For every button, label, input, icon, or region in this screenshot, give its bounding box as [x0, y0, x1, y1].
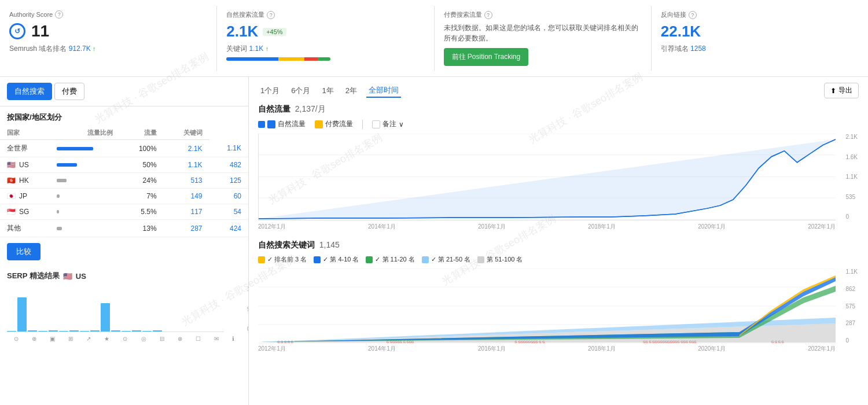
country-flag: 🇺🇸	[7, 161, 16, 169]
country-traffic-cell: 117	[164, 204, 209, 220]
metrics-bar: Authority Score ? ↺ 11 Semrush 域名排名 912.…	[0, 0, 868, 77]
country-name-cell: 🇸🇬 SG	[0, 204, 50, 220]
country-name-label: SG	[19, 208, 29, 216]
country-traffic-link[interactable]: 1.1K	[188, 161, 203, 169]
organic-kw-link[interactable]: 1.1K	[249, 45, 266, 53]
referring-domains-link[interactable]: 1258	[690, 45, 706, 53]
semrush-rank-link[interactable]: 912.7K	[69, 45, 93, 53]
traffic-chart-svg	[259, 134, 836, 220]
country-keywords-cell: 54	[209, 204, 248, 220]
country-bar	[57, 147, 93, 150]
country-traffic-cell: 2.1K	[164, 140, 209, 157]
filter-all-time[interactable]: 全部时间	[366, 84, 401, 98]
kw-bar-blue	[226, 57, 278, 61]
country-keywords-link[interactable]: 424	[230, 224, 241, 233]
country-table-row: 其他 13% 287 424	[0, 220, 248, 237]
kw-legend-11-20: ✓ 第 11-20 名	[366, 255, 414, 264]
country-traffic-cell: 1.1K	[164, 157, 209, 173]
serp-flag: 🇺🇸	[63, 272, 72, 281]
right-panel: 1个月 6个月 1年 2年 全部时间 ⬆ 导出 自然流量 2,137/月 自然流…	[249, 77, 868, 405]
country-keywords-cell: 482	[209, 157, 248, 173]
traffic-y-labels: 2.1K 1.6K 1.1K 535 0	[845, 134, 858, 220]
filter-1month[interactable]: 1个月	[258, 84, 282, 97]
paid-search-tab[interactable]: 付费	[54, 83, 84, 100]
country-bar-cell	[50, 220, 120, 237]
compare-button[interactable]: 比较	[7, 243, 41, 260]
svg-text:G GGGGG G GGG: G GGGGG G GGG	[387, 340, 414, 344]
country-table-row: 🇸🇬 SG 5.5% 117 54	[0, 204, 248, 220]
country-keywords-link[interactable]: 60	[234, 192, 241, 200]
authority-score-info-icon[interactable]: ?	[55, 10, 63, 19]
legend-notes-dropdown-icon[interactable]: ∨	[399, 120, 404, 128]
filter-2years[interactable]: 2年	[343, 84, 359, 97]
keyword-chart-legend: ✓ 排名前 3 名 ✓ 第 4-10 名 ✓ 第 11-20 名 ✓ 第 21-…	[258, 255, 859, 264]
main-content: 自然搜索 付费 按国家/地区划分 国家 流量比例 流量 关键词 全世界	[0, 77, 868, 405]
kw-bar-green	[318, 57, 331, 61]
authority-score-circle-icon: ↺	[9, 23, 25, 39]
country-keywords-link[interactable]: 125	[230, 176, 241, 185]
svg-text:G G G G: G G G G	[771, 340, 784, 344]
organic-traffic-info-icon[interactable]: ?	[267, 11, 275, 19]
rank-arrow: ↑	[93, 45, 96, 52]
country-traffic-link[interactable]: 149	[191, 192, 203, 200]
export-button[interactable]: ⬆ 导出	[824, 83, 859, 98]
backlinks-info-icon[interactable]: ?	[689, 11, 697, 19]
country-traffic-cell: 513	[164, 173, 209, 189]
position-tracking-button[interactable]: 前往 Position Tracking	[444, 48, 529, 66]
organic-traffic-card: 自然搜索流量 ? 2.1K +45% 关键词 1.1K ↑	[217, 6, 434, 71]
country-bar-cell	[50, 157, 120, 173]
country-table-row: 全世界 100% 2.1K 1.1K	[0, 140, 248, 157]
country-traffic-link[interactable]: 117	[191, 208, 203, 216]
keyword-chart-svg: G G G G G G GGGGG G GGG G GGGGGGGG G G G…	[258, 268, 836, 344]
search-type-tabs: 自然搜索 付费	[0, 77, 248, 106]
authority-score-title: Authority Score ?	[9, 10, 207, 19]
backlinks-value: 22.1K	[661, 23, 701, 40]
legend-organic: 自然流量	[258, 119, 306, 129]
organic-search-tab[interactable]: 自然搜索	[7, 83, 52, 100]
kw-bar-red	[304, 57, 318, 61]
country-table: 国家 流量比例 流量 关键词 全世界 100% 2.1K 1.1K 🇺🇸	[0, 126, 248, 237]
legend-notes-label: 备注	[382, 119, 396, 129]
backlinks-card: 反向链接 ? 22.1K 引荐域名 1258	[652, 6, 868, 71]
country-name-cell: 🇭🇰 HK	[0, 173, 50, 189]
country-traffic-link[interactable]: 2.1K	[188, 145, 203, 153]
country-bar	[57, 163, 77, 167]
legend-paid: 付费流量	[315, 119, 353, 129]
legend-organic-label: 自然流量	[278, 119, 306, 129]
paid-traffic-card: 付费搜索流量 ? 未找到数据。如果这是您的域名，您可以获取关键词排名相关的所有必…	[435, 6, 652, 71]
country-keywords-link[interactable]: 54	[234, 208, 241, 216]
country-pct-cell: 100%	[120, 140, 164, 157]
traffic-chart-legend: 自然流量 付费流量 备注 ∨	[258, 119, 859, 129]
col-traffic-pct: 流量比例	[50, 126, 120, 140]
country-keywords-link[interactable]: 1.1K	[227, 144, 241, 152]
filter-6months[interactable]: 6个月	[289, 84, 312, 97]
organic-traffic-value: 2.1K	[226, 23, 258, 41]
kw-bar-yellow	[278, 57, 304, 61]
svg-text:GG G GGGGGGGGGGG GGG GGG: GG G GGGGGGGGGGG GGG GGG	[643, 340, 696, 344]
country-bar	[57, 194, 60, 198]
kw-legend-top3: ✓ 排名前 3 名	[258, 255, 307, 264]
serp-bar	[17, 297, 27, 332]
filter-1year[interactable]: 1年	[319, 84, 336, 97]
legend-organic-color	[258, 121, 265, 128]
country-keywords-link[interactable]: 482	[230, 161, 241, 169]
country-bar	[57, 179, 67, 182]
left-panel: 自然搜索 付费 按国家/地区划分 国家 流量比例 流量 关键词 全世界	[0, 77, 249, 405]
kw-arrow: ↑	[266, 45, 269, 52]
country-name-label: 其他	[7, 223, 21, 233]
col-traffic: 流量	[120, 126, 164, 140]
country-flag: 🇸🇬	[7, 208, 16, 216]
authority-score-card: Authority Score ? ↺ 11 Semrush 域名排名 912.…	[0, 6, 217, 71]
paid-traffic-info-icon[interactable]: ?	[484, 11, 492, 19]
country-traffic-cell: 149	[164, 189, 209, 204]
paid-no-data-text: 未找到数据。如果这是您的域名，您可以获取关键词排名相关的所有必要数据。	[444, 23, 642, 43]
col-keywords: 关键词	[164, 126, 209, 140]
export-label: 导出	[838, 86, 852, 95]
backlinks-title: 反向链接 ?	[661, 10, 859, 19]
keyword-chart-section: 自然搜索关键词 1,145 ✓ 排名前 3 名 ✓ 第 4-10 名 ✓ 第 1…	[258, 240, 859, 353]
country-traffic-link[interactable]: 287	[191, 224, 203, 233]
country-traffic-link[interactable]: 513	[191, 176, 203, 185]
keyword-chart-area: G G G G G G GGGGG G GGG G GGGGGGGG G G G…	[258, 268, 836, 344]
country-name-label: 全世界	[7, 143, 28, 153]
svg-text:G GGGGGGGG G G: G GGGGGGGG G G	[515, 340, 545, 344]
